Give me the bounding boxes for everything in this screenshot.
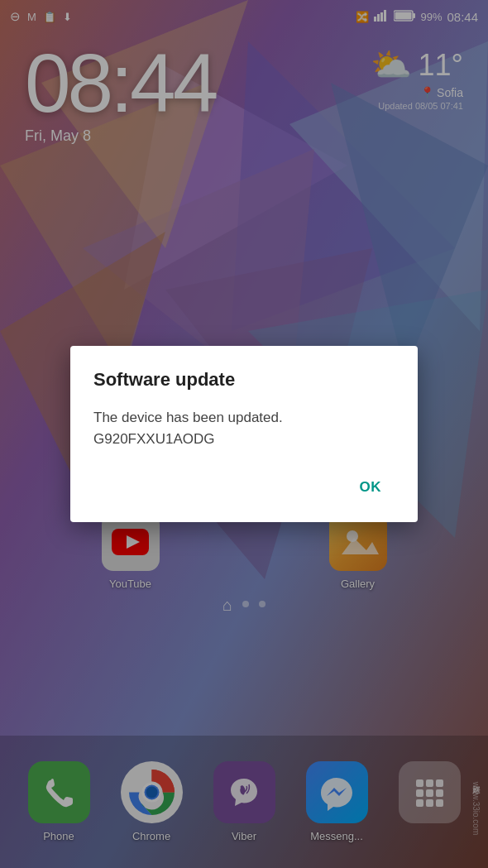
- dialog-body: The device has been updated. G920FXXU1AO…: [93, 407, 395, 449]
- dialog-ok-button[interactable]: OK: [347, 472, 395, 502]
- software-update-dialog: Software update The device has been upda…: [70, 346, 418, 522]
- dialog-message: The device has been updated.: [93, 410, 283, 425]
- dialog-firmware: G920FXXU1AODG: [93, 431, 214, 447]
- dialog-buttons: OK: [93, 472, 395, 509]
- dialog-overlay: Software update The device has been upda…: [0, 0, 488, 868]
- dialog-title: Software update: [93, 369, 395, 391]
